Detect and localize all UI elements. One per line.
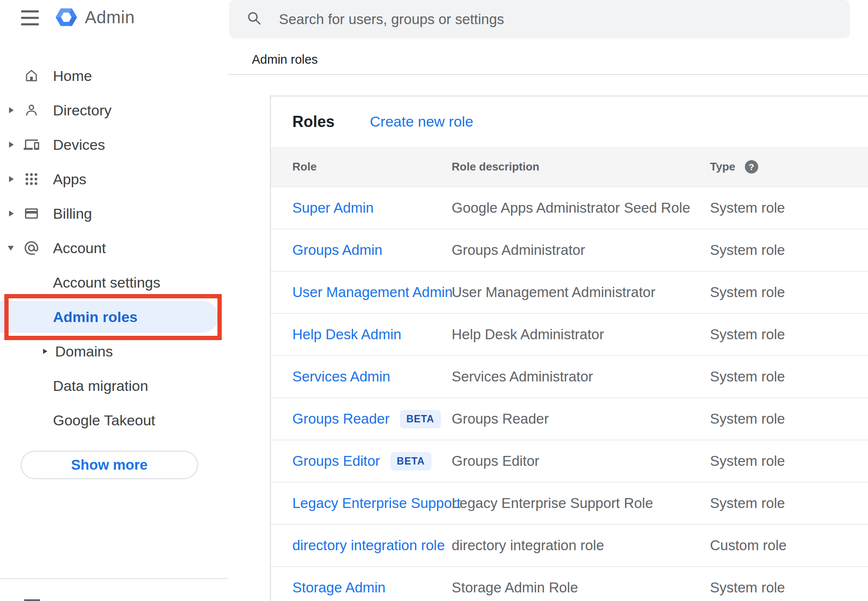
role-type: System role: [710, 453, 868, 469]
table-row: User Management Admin User Management Ad…: [271, 272, 868, 314]
collapse-arrow-icon[interactable]: [8, 246, 14, 251]
role-description: Help Desk Administrator: [452, 326, 710, 343]
table-row: Services Admin Services Administrator Sy…: [271, 356, 868, 398]
search-icon: [246, 10, 262, 26]
roles-card: Roles Create new role Role Role descript…: [270, 96, 868, 601]
roles-title: Roles: [292, 113, 335, 131]
role-link[interactable]: Super Admin: [292, 200, 374, 216]
role-link[interactable]: Groups Editor: [292, 453, 380, 469]
roles-card-header: Roles Create new role: [271, 96, 868, 147]
expand-arrow-icon[interactable]: [9, 176, 14, 182]
sidebar-item-google-takeout[interactable]: Google Takeout: [0, 403, 228, 437]
sidebar-item-devices[interactable]: Devices: [0, 127, 228, 162]
person-icon: [23, 102, 40, 119]
partial-bottom-icon: [24, 599, 40, 601]
sidebar-item-billing[interactable]: Billing: [0, 196, 228, 231]
role-description: Groups Editor: [452, 453, 710, 469]
role-description: Storage Admin Role: [452, 579, 710, 596]
sidebar-item-label: Domains: [55, 343, 113, 360]
role-type: System role: [710, 242, 868, 258]
sidebar-item-label: Apps: [53, 171, 87, 188]
role-description: User Management Administrator: [452, 284, 710, 300]
role-link[interactable]: Storage Admin: [292, 579, 385, 596]
credit-card-icon: [23, 205, 40, 222]
sidebar-item-directory[interactable]: Directory: [0, 93, 228, 127]
show-more-button[interactable]: Show more: [21, 451, 198, 479]
sidebar-item-account-settings[interactable]: Account settings: [0, 265, 228, 300]
sidebar-item-label: Google Takeout: [53, 412, 155, 429]
expand-arrow-icon[interactable]: [9, 211, 14, 217]
role-type: System role: [710, 495, 868, 511]
admin-hexagon-icon: [55, 6, 78, 28]
beta-badge: BETA: [400, 410, 441, 428]
sidebar-item-home[interactable]: Home: [0, 59, 228, 93]
sidebar-item-admin-roles[interactable]: Admin roles: [0, 300, 228, 334]
sidebar-nav: Home Directory De: [0, 59, 228, 437]
table-row: Help Desk Admin Help Desk Administrator …: [271, 314, 868, 356]
admin-logo: Admin: [55, 6, 135, 28]
sidebar-bottom-divider: [0, 578, 228, 579]
role-link[interactable]: Help Desk Admin: [292, 326, 401, 343]
sidebar-item-domains[interactable]: Domains: [0, 334, 228, 369]
apps-grid-icon: [23, 170, 40, 188]
table-row: Legacy Enterprise Support Legacy Enterpr…: [271, 483, 868, 525]
breadcrumb: Admin roles: [252, 53, 318, 67]
role-description: Legacy Enterprise Support Role: [452, 495, 710, 511]
column-header-role: Role: [292, 160, 452, 173]
sidebar-item-account[interactable]: Account: [0, 231, 228, 265]
table-row: Storage Admin Storage Admin Role System …: [271, 567, 868, 601]
role-description: Google Apps Administrator Seed Role: [452, 200, 710, 216]
expand-arrow-icon[interactable]: [9, 142, 14, 148]
admin-logo-text: Admin: [85, 8, 135, 27]
column-header-type: Type ?: [710, 160, 868, 173]
hamburger-menu-icon[interactable]: [21, 10, 39, 26]
devices-icon: [23, 136, 40, 153]
role-type: System role: [710, 326, 868, 343]
sidebar-item-label: Account settings: [53, 274, 160, 291]
role-link[interactable]: Services Admin: [292, 369, 390, 385]
expand-arrow-icon[interactable]: [43, 349, 47, 354]
search-input[interactable]: [279, 0, 839, 38]
sidebar-item-label: Billing: [53, 205, 92, 222]
sidebar-item-apps[interactable]: Apps: [0, 162, 228, 196]
role-link[interactable]: directory integration role: [292, 537, 445, 554]
role-type: Custom role: [710, 537, 868, 554]
sidebar-item-label: Admin roles: [53, 309, 137, 325]
sidebar-item-label: Home: [53, 68, 92, 84]
sidebar-item-label: Devices: [53, 136, 105, 153]
sidebar-item-label: Data migration: [53, 378, 148, 394]
sidebar-item-label: Account: [53, 240, 106, 257]
sidebar-item-label: Directory: [53, 102, 112, 119]
sidebar-item-data-migration[interactable]: Data migration: [0, 369, 228, 403]
role-type: System role: [710, 369, 868, 385]
create-new-role-link[interactable]: Create new role: [370, 113, 473, 130]
role-link[interactable]: Groups Reader: [292, 411, 390, 427]
role-type: System role: [710, 579, 868, 596]
role-type: System role: [710, 284, 868, 300]
help-icon[interactable]: ?: [745, 160, 758, 173]
role-type: System role: [710, 200, 868, 216]
role-description: directory integration role: [452, 537, 710, 554]
at-email-icon: [23, 239, 40, 257]
home-icon: [23, 67, 40, 84]
sidebar: Admin Home: [0, 0, 228, 601]
expand-arrow-icon[interactable]: [9, 107, 14, 113]
column-header-description: Role description: [452, 160, 710, 173]
table-row: Super Admin Google Apps Administrator Se…: [271, 187, 868, 229]
search-bar[interactable]: [229, 0, 850, 38]
role-description: Groups Reader: [452, 411, 710, 427]
table-row: Groups Reader BETA Groups Reader System …: [271, 398, 868, 440]
role-type: System role: [710, 411, 868, 427]
table-row: directory integration role directory int…: [271, 525, 868, 567]
role-link[interactable]: Legacy Enterprise Support: [292, 495, 461, 511]
role-description: Groups Administrator: [452, 242, 710, 258]
role-link[interactable]: User Management Admin: [292, 284, 453, 300]
role-link[interactable]: Groups Admin: [292, 242, 382, 258]
admin-console-page: Admin Home: [0, 0, 868, 601]
column-header-type-label: Type: [710, 160, 735, 173]
header-divider: [228, 74, 868, 75]
role-description: Services Administrator: [452, 369, 710, 385]
table-row: Groups Admin Groups Administrator System…: [271, 229, 868, 272]
table-header-row: Role Role description Type ?: [271, 147, 868, 187]
table-row: Groups Editor BETA Groups Editor System …: [271, 440, 868, 483]
